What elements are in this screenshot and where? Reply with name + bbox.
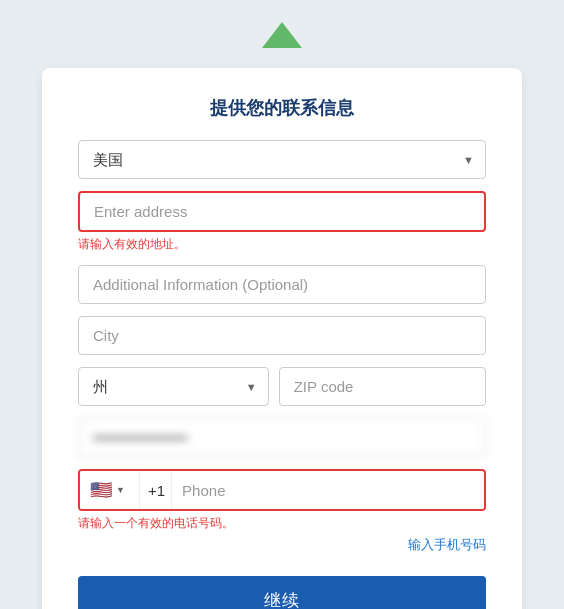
phone-error-msg: 请输入一个有效的电话号码。 [78,515,486,532]
address-input[interactable] [78,191,486,232]
phone-group: 🇺🇸 ▼ +1 请输入一个有效的电话号码。 输入手机号码 [78,469,486,554]
country-select-wrapper[interactable]: 美国 中国 英国 加拿大 [78,140,486,179]
phone-flag-selector[interactable]: 🇺🇸 ▼ [80,471,140,509]
continue-button[interactable]: 继续 [78,576,486,609]
svg-marker-0 [262,22,302,48]
country-group: 美国 中国 英国 加拿大 [78,140,486,179]
us-flag-icon: 🇺🇸 [90,479,112,501]
blurred-input [78,418,486,457]
phone-wrapper: 🇺🇸 ▼ +1 [78,469,486,511]
address-group: 请输入有效的地址。 [78,191,486,253]
contact-info-card: 提供您的联系信息 美国 中国 英国 加拿大 请输入有效的地址。 [42,68,522,609]
additional-info-input[interactable] [78,265,486,304]
phone-hint-link[interactable]: 输入手机号码 [78,536,486,554]
flag-dropdown-arrow: ▼ [116,485,125,495]
form-title: 提供您的联系信息 [78,96,486,120]
country-select[interactable]: 美国 中国 英国 加拿大 [78,140,486,179]
city-group [78,316,486,355]
state-zip-group: 州 CA NY TX [78,367,486,406]
address-error-msg: 请输入有效的地址。 [78,236,486,253]
top-logo-icon [258,20,306,52]
blurred-field-group [78,418,486,457]
additional-info-group [78,265,486,304]
state-select-wrapper[interactable]: 州 CA NY TX [78,367,269,406]
city-input[interactable] [78,316,486,355]
state-select[interactable]: 州 CA NY TX [78,367,269,406]
phone-input[interactable] [172,472,484,509]
zip-input[interactable] [279,367,486,406]
phone-country-code: +1 [140,472,172,509]
